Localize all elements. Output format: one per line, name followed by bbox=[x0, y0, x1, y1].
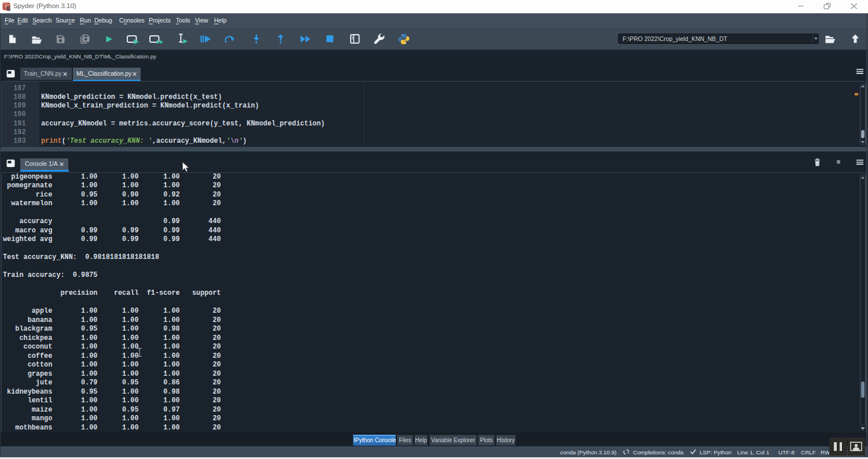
svg-text:S: S bbox=[6, 5, 10, 12]
